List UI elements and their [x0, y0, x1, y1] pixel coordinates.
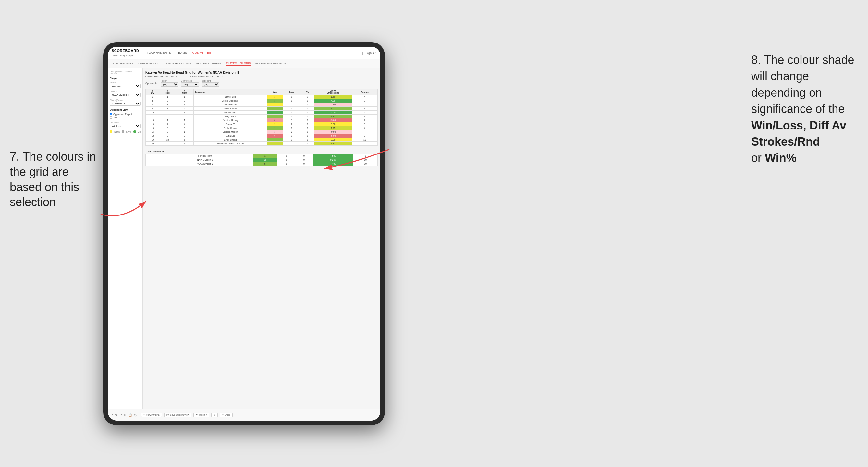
view-icon: 👁 — [143, 414, 145, 416]
ood-name: NAIA Division 1 — [157, 158, 253, 162]
save-custom-view-button[interactable]: 💾 Save Custom View — [164, 413, 191, 417]
share-button[interactable]: ⬆ Share — [220, 413, 233, 417]
cell-conf: 2 — [176, 99, 193, 103]
cell-rounds: 2 — [352, 134, 377, 138]
sub-nav-team-h2h-grid[interactable]: TEAM H2H GRID — [138, 61, 160, 66]
table-row: 14 7 4 Eunice Yi 2 2 0 0.38 9 — [146, 122, 378, 126]
out-of-division-section: Out of division Foreign Team 1 0 0 4.500… — [145, 149, 378, 166]
th-tie: Tie — [301, 89, 314, 95]
cell-diff: 1.25 — [314, 126, 352, 130]
opponents-played-option[interactable]: Opponents Played — [110, 113, 141, 115]
ood-tie: 0 — [295, 158, 313, 162]
view-original-button[interactable]: 👁 View: Original — [141, 413, 162, 417]
player-rank-label: Player (Rank) — [110, 99, 141, 101]
table-header: #Div #Reg #Conf Opponent Win Loss Tie Di… — [146, 89, 378, 95]
redo-icon[interactable]: ↪ — [115, 413, 118, 417]
cell-opponent: Jessica Huang — [194, 119, 268, 122]
sub-nav-player-h2h-grid[interactable]: PLAYER H2H GRID — [226, 61, 251, 66]
refresh-icon[interactable]: ↩ — [119, 413, 122, 417]
ood-empty — [146, 158, 157, 162]
ood-diff: 4.500 — [313, 154, 353, 158]
cell-conf: 6 — [176, 138, 193, 142]
tablet-screen: SCOREBOARD Powered by clippd TOURNAMENTS… — [108, 47, 380, 421]
sign-out-button[interactable]: Sign out — [366, 51, 376, 55]
annotation-right-text: 8. The colour shade will change dependin… — [751, 53, 855, 116]
cell-tie: 0 — [301, 122, 314, 126]
save-label: Save Custom View — [170, 414, 189, 416]
logo-sub: Powered by clippd — [112, 54, 133, 57]
annotation-bold-1: Win/Loss, — [751, 119, 806, 132]
cell-conf: 3 — [176, 111, 193, 115]
cell-tie: 0 — [301, 103, 314, 107]
bottom-toolbar: ↩ ↪ ↩ ⊞ 📋 ◷ 👁 View: Original 💾 Save Cust… — [108, 409, 380, 421]
colour-by-select[interactable]: Win/loss — [110, 124, 141, 128]
th-loss: Loss — [283, 89, 301, 95]
sub-nav-team-summary[interactable]: TEAM SUMMARY — [111, 61, 133, 66]
sub-nav-team-h2h-heatmap[interactable]: TEAM H2H HEATMAP — [164, 61, 192, 66]
paste-icon[interactable]: 📋 — [128, 413, 132, 417]
table-row: 11 11 6 Heejo Hyun 1 0 0 3.33 3 — [146, 115, 378, 119]
ood-name: NCAA Division 2 — [157, 162, 253, 166]
tablet-shell: SCOREBOARD Powered by clippd TOURNAMENTS… — [103, 42, 385, 425]
conference-select[interactable]: (All) — [181, 83, 199, 87]
ood-diff: 7.400 — [313, 162, 353, 166]
nav-teams[interactable]: TEAMS — [176, 50, 187, 56]
region-filter-label: Region — [161, 80, 179, 82]
conference-filter-label: Conference — [181, 80, 199, 82]
cell-reg: 1 — [160, 107, 176, 111]
cell-win: 2 — [267, 111, 283, 115]
copy-icon[interactable]: ⊞ — [124, 413, 127, 417]
ood-win: 15 — [253, 158, 277, 162]
cell-div: 13 — [146, 119, 160, 122]
history-icon[interactable]: ◷ — [134, 413, 136, 417]
cell-tie: 0 — [301, 119, 314, 122]
cell-conf: 7 — [176, 142, 193, 146]
cell-diff: 1.50 — [314, 95, 352, 99]
cell-tie: 0 — [301, 115, 314, 119]
division-select[interactable]: NCAA Division III — [110, 93, 141, 97]
cell-div: 3 — [146, 95, 160, 99]
gender-select[interactable]: Women's — [110, 84, 141, 88]
nav-tournaments[interactable]: TOURNAMENTS — [147, 50, 171, 56]
cell-div: 11 — [146, 115, 160, 119]
cell-loss: 0 — [283, 95, 301, 99]
cell-loss: 1 — [283, 103, 301, 107]
opponent-select[interactable]: (All) — [202, 83, 219, 87]
cell-loss: 1 — [283, 119, 301, 122]
table-row: 20 11 7 Federica Domecq Lacroze 2 1 0 1.… — [146, 142, 378, 146]
last-updated: Last Updated: 27/03/2024 16:55:38 — [110, 71, 141, 75]
undo-icon[interactable]: ↩ — [110, 413, 113, 417]
cell-tie: 0 — [301, 134, 314, 138]
th-div: #Div — [146, 89, 160, 95]
table-row: 10 6 3 Andrea York 2 0 0 4.00 4 — [146, 111, 378, 115]
cell-div: 18 — [146, 134, 160, 138]
sub-nav-player-h2h-heatmap[interactable]: PLAYER H2H HEATMAP — [255, 61, 286, 66]
region-select[interactable]: (All) — [161, 83, 179, 87]
cell-conf: 1 — [176, 119, 193, 122]
cell-win: 0 — [267, 134, 283, 138]
layout-button[interactable]: ⊞ — [211, 413, 218, 417]
annotation-right: 8. The colour shade will change dependin… — [751, 52, 862, 166]
ood-empty — [146, 154, 157, 158]
legend-up-label: Up — [138, 131, 141, 133]
cell-win: 2 — [267, 122, 283, 126]
opponents-filter-label: Opponents: — [145, 82, 158, 85]
cell-loss: 1 — [283, 134, 301, 138]
top-100-option[interactable]: Top 100 — [110, 116, 141, 119]
cell-opponent: Stella Cheng — [194, 126, 268, 130]
ood-win: 5 — [253, 162, 277, 166]
cell-div: 19 — [146, 138, 160, 142]
cell-tie: 0 — [301, 107, 314, 111]
ood-tie: 0 — [295, 162, 313, 166]
grid-records: Overall Record: 353 - 34 - 6 Division Re… — [145, 75, 378, 78]
sub-nav-player-summary[interactable]: PLAYER SUMMARY — [196, 61, 222, 66]
player-rank-select[interactable]: 8. Katelyn Vo — [110, 101, 141, 106]
cell-conf: 4 — [176, 107, 193, 111]
ood-rounds: 30 — [353, 158, 378, 162]
table-row: 16 3 1 Jessica Mason 1 2 0 -0.94 — [146, 130, 378, 134]
watch-button[interactable]: 👁 Watch ▾ — [193, 413, 209, 417]
cell-rounds: 3 — [352, 115, 377, 119]
cell-win: 1 — [267, 99, 283, 103]
nav-committee[interactable]: COMMITTEE — [192, 50, 212, 56]
cell-tie: 0 — [301, 126, 314, 130]
